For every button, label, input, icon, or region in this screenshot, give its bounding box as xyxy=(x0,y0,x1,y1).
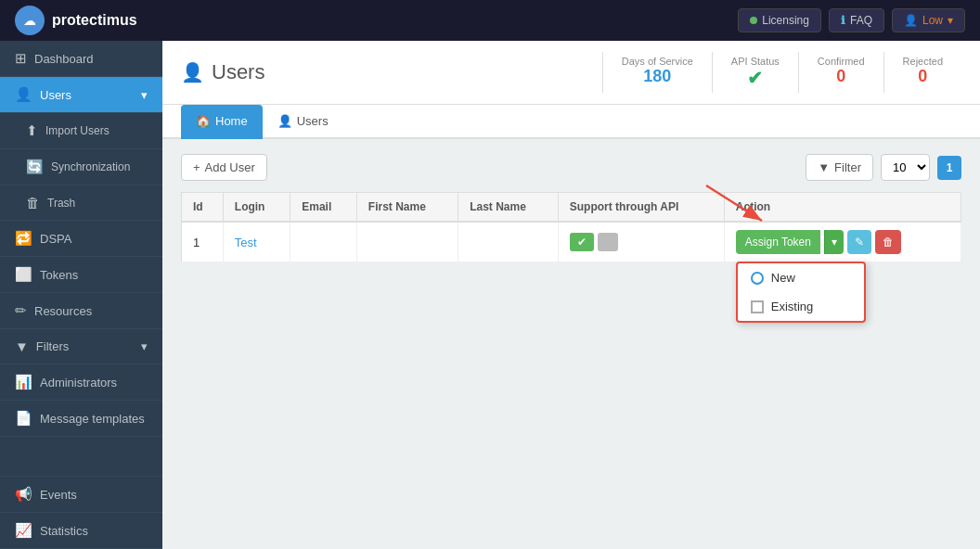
logo-icon: ☁ xyxy=(15,6,45,35)
sidebar-item-events[interactable]: 📢 Events xyxy=(0,476,162,513)
user-icon: 👤 xyxy=(904,14,918,27)
sidebar-item-dspa[interactable]: 🔁 DSPA xyxy=(0,221,162,257)
main-content: 👤 Users Days of Service 180 API Status ✔… xyxy=(162,41,980,549)
sidebar-item-label: Administrators xyxy=(40,376,117,389)
delete-button[interactable]: 🗑 xyxy=(875,230,901,254)
sidebar-item-trash[interactable]: 🗑 Trash xyxy=(0,185,162,221)
sidebar-item-label: Message templates xyxy=(40,412,145,426)
page-size-select[interactable]: 10 25 50 xyxy=(881,154,930,181)
existing-checkbox-icon xyxy=(751,300,764,313)
dropdown-item-new[interactable]: New xyxy=(738,263,864,292)
sidebar-item-tokens[interactable]: ⬜ Tokens xyxy=(0,257,162,293)
rejected-label: Rejected xyxy=(903,56,943,67)
home-icon: 🏠 xyxy=(196,114,211,128)
days-of-service-stat: Days of Service 180 xyxy=(602,52,712,93)
cell-id: 1 xyxy=(182,222,224,262)
cell-last-name xyxy=(458,222,559,262)
col-login: Login xyxy=(223,193,290,223)
faq-button[interactable]: ℹ FAQ xyxy=(829,8,884,32)
table-wrapper: Id Login Email First Name Last Name Supp… xyxy=(181,192,961,262)
cell-api: ✔ xyxy=(558,222,724,262)
sidebar-item-resources[interactable]: ✏ Resources xyxy=(0,293,162,329)
page-header: 👤 Users Days of Service 180 API Status ✔… xyxy=(162,41,980,105)
logo-text: protectimus xyxy=(52,12,137,29)
trash-action-icon: 🗑 xyxy=(883,236,894,249)
sidebar-item-users[interactable]: 👤 Users ▾ xyxy=(0,77,162,113)
filter-label: Filter xyxy=(834,160,861,174)
sidebar-item-filters[interactable]: ▼ Filters ▾ xyxy=(0,329,162,364)
api-label: API Status xyxy=(731,56,780,67)
plus-icon: + xyxy=(193,160,200,174)
user-menu-button[interactable]: 👤 Low ▾ xyxy=(892,8,965,32)
tokens-icon: ⬜ xyxy=(15,266,32,283)
col-first-name: First Name xyxy=(356,193,458,223)
admin-icon: 📊 xyxy=(15,374,32,390)
confirmed-value: 0 xyxy=(818,67,865,86)
add-user-label: Add User xyxy=(205,160,255,174)
sidebar-item-label: Trash xyxy=(47,197,75,210)
api-toggle-on[interactable]: ✔ xyxy=(570,233,594,251)
table-area: + Add User ▼ Filter 10 25 50 1 xyxy=(162,139,980,549)
caret-down-icon: ▾ xyxy=(832,236,837,249)
statistics-icon: 📈 xyxy=(15,522,32,539)
api-status-stat: API Status ✔ xyxy=(712,52,798,93)
confirmed-label: Confirmed xyxy=(818,56,865,67)
sidebar-item-import-users[interactable]: ⬆ Import Users xyxy=(0,113,162,149)
message-icon: 📄 xyxy=(15,410,32,427)
col-api: Support through API xyxy=(558,193,724,223)
top-nav: ☁ protectimus Licensing ℹ FAQ 👤 Low ▾ xyxy=(0,0,980,41)
breadcrumb-users[interactable]: 👤 Users xyxy=(263,105,343,139)
rejected-stat: Rejected 0 xyxy=(883,52,961,93)
sidebar-item-label: Filters xyxy=(36,339,69,353)
sidebar-item-label: Synchronization xyxy=(51,160,130,173)
edit-button[interactable]: ✎ xyxy=(847,230,871,254)
chevron-down-icon: ▾ xyxy=(141,88,148,102)
home-label: Home xyxy=(215,114,248,128)
action-area: Assign Token ▾ ✎ 🗑 xyxy=(736,230,949,254)
users-icon: 👤 xyxy=(15,86,32,103)
days-label: Days of Service xyxy=(622,56,693,67)
pencil-icon: ✎ xyxy=(855,236,864,249)
dropdown-arrow-icon: ▾ xyxy=(948,14,953,27)
toolbar-right: ▼ Filter 10 25 50 1 xyxy=(806,154,961,181)
page-title-area: 👤 Users xyxy=(181,60,264,84)
add-user-button[interactable]: + Add User xyxy=(181,154,267,181)
page-stats: Days of Service 180 API Status ✔ Confirm… xyxy=(602,52,961,93)
filter-button[interactable]: ▼ Filter xyxy=(806,154,873,181)
filter-funnel-icon: ▼ xyxy=(818,160,830,174)
col-action: Action xyxy=(724,193,961,223)
licensing-button[interactable]: Licensing xyxy=(738,8,821,32)
assign-token-button[interactable]: Assign Token xyxy=(736,230,820,254)
page-title: Users xyxy=(212,60,264,84)
sidebar-item-statistics[interactable]: 📈 Statistics xyxy=(0,513,162,549)
existing-label: Existing xyxy=(771,300,814,313)
trash-icon: 🗑 xyxy=(26,195,40,211)
assign-token-dropdown-button[interactable]: ▾ xyxy=(824,230,844,254)
licensing-label: Licensing xyxy=(762,14,809,27)
col-last-name: Last Name xyxy=(458,193,559,223)
dropdown-item-existing[interactable]: Existing xyxy=(738,292,864,321)
table-body: 1 Test ✔ xyxy=(182,222,961,262)
chevron-down-icon-2: ▾ xyxy=(141,339,148,353)
sidebar-item-dashboard[interactable]: ⊞ Dashboard xyxy=(0,41,162,77)
users-table: Id Login Email First Name Last Name Supp… xyxy=(181,192,961,262)
assign-label: Assign Token xyxy=(745,236,811,249)
login-link[interactable]: Test xyxy=(235,236,257,249)
sidebar-item-label: Statistics xyxy=(40,524,88,538)
sidebar-item-label: Import Users xyxy=(45,124,110,137)
breadcrumb-home[interactable]: 🏠 Home xyxy=(181,105,263,139)
page-number-badge: 1 xyxy=(937,156,961,180)
sidebar-item-label: Users xyxy=(40,88,71,102)
sidebar-item-label: Events xyxy=(40,488,77,502)
faq-icon: ℹ xyxy=(841,14,845,27)
days-value: 180 xyxy=(622,67,693,86)
dspa-icon: 🔁 xyxy=(15,230,32,247)
sidebar-item-administrators[interactable]: 📊 Administrators xyxy=(0,364,162,401)
sidebar-item-message-templates[interactable]: 📄 Message templates xyxy=(0,401,162,437)
sidebar-item-label: Dashboard xyxy=(34,52,94,66)
cell-email xyxy=(290,222,357,262)
users-bc-icon: 👤 xyxy=(277,114,292,128)
filter-icon: ▼ xyxy=(15,338,29,354)
api-toggle-off[interactable] xyxy=(598,233,619,251)
sidebar-item-synchronization[interactable]: 🔄 Synchronization xyxy=(0,149,162,185)
